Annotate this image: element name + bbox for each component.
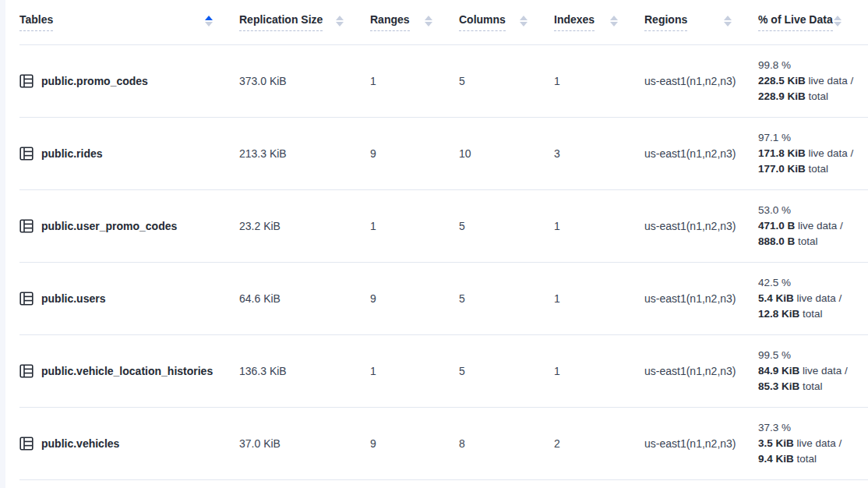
table-icon (19, 219, 34, 233)
live-data-amount: 171.8 KiB live data / (758, 146, 868, 161)
column-header-replication-size[interactable]: Replication Size (239, 13, 370, 31)
table-row[interactable]: public.user_promo_codes 23.2 KiB 1 5 1 u… (19, 190, 868, 263)
table-icon (19, 364, 34, 378)
table-row[interactable]: public.vehicles 37.0 KiB 9 8 2 us-east1(… (19, 408, 868, 480)
column-header-label: Regions (644, 13, 687, 31)
table-row[interactable]: public.promo_codes 373.0 KiB 1 5 1 us-ea… (19, 45, 868, 118)
replication-size-cell: 136.3 KiB (239, 365, 370, 377)
replication-size-cell: 64.6 KiB (239, 292, 370, 305)
regions-cell: us-east1(n1,n2,n3) (644, 220, 758, 232)
table-name-cell: public.rides (19, 147, 239, 161)
table-icon (19, 147, 34, 161)
live-data-cell: 99.5 % 84.9 KiB live data / 85.3 KiB tot… (758, 348, 868, 394)
ranges-cell: 9 (370, 292, 459, 305)
sort-toggle-icon[interactable] (724, 16, 732, 27)
live-data-amount: 84.9 KiB live data / (758, 363, 868, 379)
live-data-cell: 97.1 % 171.8 KiB live data / 177.0 KiB t… (758, 130, 868, 177)
column-header-ranges[interactable]: Ranges (370, 13, 459, 31)
total-data-amount: 888.0 B total (758, 234, 868, 249)
total-data-amount: 85.3 KiB total (758, 379, 868, 394)
columns-cell: 8 (459, 437, 554, 450)
tables-list-card: Tables Replication Size Ranges Columns I… (5, 0, 868, 488)
live-data-percent: 99.8 % (758, 58, 868, 73)
total-data-amount: 9.4 KiB total (758, 451, 868, 467)
sort-toggle-icon[interactable] (610, 16, 618, 27)
columns-cell: 5 (459, 365, 554, 377)
ranges-cell: 1 (370, 75, 459, 87)
table-name-link[interactable]: public.users (41, 292, 105, 305)
table-name-link[interactable]: public.user_promo_codes (41, 220, 177, 232)
table-name-link[interactable]: public.vehicles (41, 437, 119, 450)
caret-down-icon (834, 22, 842, 27)
live-data-cell: 42.5 % 5.4 KiB live data / 12.8 KiB tota… (758, 275, 868, 322)
live-data-amount: 228.5 KiB live data / (758, 73, 868, 89)
caret-up-icon (610, 16, 618, 20)
live-data-percent: 37.3 % (758, 420, 868, 436)
sort-toggle-icon[interactable] (834, 16, 842, 27)
table-name-cell: public.users (19, 292, 239, 306)
table-row[interactable]: public.users 64.6 KiB 9 5 1 us-east1(n1,… (19, 263, 868, 335)
table-name-cell: public.vehicles (19, 437, 239, 451)
column-header-columns[interactable]: Columns (459, 13, 554, 31)
table-name-link[interactable]: public.promo_codes (41, 75, 148, 87)
indexes-cell: 2 (554, 437, 644, 450)
caret-up-icon (425, 16, 432, 20)
live-data-percent: 42.5 % (758, 275, 868, 291)
column-header-regions[interactable]: Regions (644, 13, 758, 31)
sort-toggle-icon[interactable] (425, 16, 432, 27)
ranges-cell: 9 (370, 437, 459, 450)
column-header-indexes[interactable]: Indexes (554, 13, 644, 31)
indexes-cell: 1 (554, 365, 644, 377)
column-header-label: Tables (19, 13, 53, 31)
caret-down-icon (205, 22, 213, 27)
caret-up-icon (205, 16, 213, 20)
caret-down-icon (336, 22, 344, 27)
live-data-amount: 5.4 KiB live data / (758, 291, 868, 306)
replication-size-cell: 23.2 KiB (239, 220, 370, 232)
indexes-cell: 1 (554, 292, 644, 305)
live-data-percent: 99.5 % (758, 348, 868, 363)
live-data-percent: 53.0 % (758, 203, 868, 218)
regions-cell: us-east1(n1,n2,n3) (644, 365, 758, 377)
table-icon (19, 292, 34, 306)
table-name-link[interactable]: public.vehicle_location_histories (41, 365, 213, 377)
live-data-cell: 37.3 % 3.5 KiB live data / 9.4 KiB total (758, 420, 868, 467)
table-name-cell: public.vehicle_location_histories (19, 364, 239, 378)
caret-down-icon (520, 22, 528, 27)
sort-toggle-icon[interactable] (336, 16, 344, 27)
columns-cell: 10 (459, 147, 554, 160)
regions-cell: us-east1(n1,n2,n3) (644, 147, 758, 160)
column-header-live-data[interactable]: % of Live Data (758, 13, 868, 31)
live-data-cell: 99.8 % 228.5 KiB live data / 228.9 KiB t… (758, 58, 868, 104)
table-row[interactable]: public.rides 213.3 KiB 9 10 3 us-east1(n… (19, 118, 868, 190)
ranges-cell: 1 (370, 365, 459, 377)
table-row[interactable]: public.vehicle_location_histories 136.3 … (19, 335, 868, 408)
caret-up-icon (724, 16, 732, 20)
column-header-label: Replication Size (239, 13, 323, 31)
caret-up-icon (336, 16, 344, 20)
ranges-cell: 9 (370, 147, 459, 160)
regions-cell: us-east1(n1,n2,n3) (644, 75, 758, 87)
column-header-tables[interactable]: Tables (19, 13, 239, 31)
table-name-cell: public.promo_codes (19, 74, 239, 88)
sort-toggle-icon[interactable] (205, 16, 213, 27)
sort-toggle-icon[interactable] (520, 16, 528, 27)
columns-cell: 5 (459, 220, 554, 232)
table-icon (19, 437, 34, 451)
caret-up-icon (834, 16, 842, 20)
replication-size-cell: 37.0 KiB (239, 437, 370, 450)
caret-down-icon (724, 22, 732, 27)
replication-size-cell: 213.3 KiB (239, 147, 370, 160)
regions-cell: us-east1(n1,n2,n3) (644, 437, 758, 450)
table-body: public.promo_codes 373.0 KiB 1 5 1 us-ea… (19, 45, 868, 480)
column-header-label: Indexes (554, 13, 595, 31)
table-name-link[interactable]: public.rides (41, 147, 103, 160)
column-header-label: Columns (459, 13, 506, 31)
regions-cell: us-east1(n1,n2,n3) (644, 292, 758, 305)
total-data-amount: 12.8 KiB total (758, 306, 868, 322)
total-data-amount: 228.9 KiB total (758, 89, 868, 104)
table-name-cell: public.user_promo_codes (19, 219, 239, 233)
column-header-label: % of Live Data (758, 13, 833, 31)
caret-down-icon (610, 22, 618, 27)
indexes-cell: 3 (554, 147, 644, 160)
